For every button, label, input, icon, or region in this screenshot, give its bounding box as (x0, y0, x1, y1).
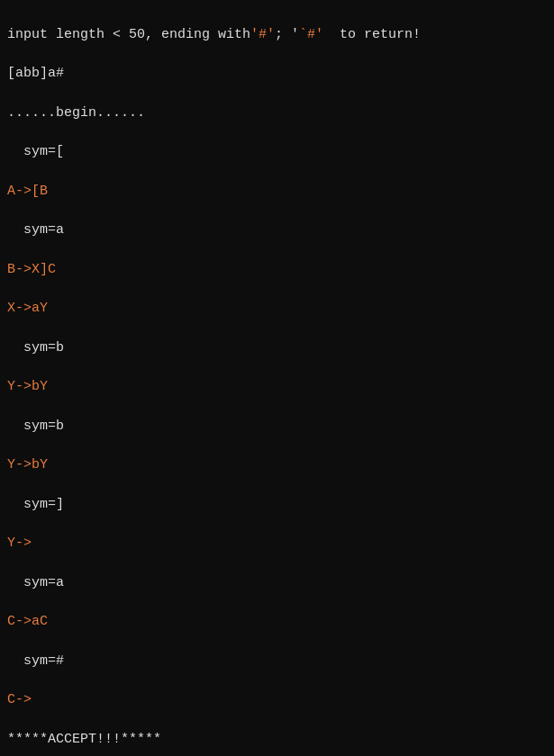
line-18: C-> (7, 690, 547, 710)
line-10: Y->bY (7, 377, 547, 397)
line-14: Y-> (7, 534, 547, 554)
line-5: A->[B (7, 182, 547, 202)
line-3: ......begin...... (7, 104, 547, 123)
line-8: X->aY (7, 299, 547, 319)
line-15: sym=a (7, 573, 547, 593)
line-19: *****ACCEPT!!!***** (7, 730, 547, 750)
line-12: Y->bY (7, 455, 547, 475)
line-7: B->X]C (7, 260, 547, 280)
line-1: input length < 50, ending with'#'; '`#' … (7, 25, 547, 45)
line-16: C->aC (7, 612, 547, 632)
line-4: sym=[ (7, 142, 547, 162)
line-13: sym=] (7, 495, 547, 515)
terminal-output: input length < 50, ending with'#'; '`#' … (7, 5, 547, 756)
line-9: sym=b (7, 338, 547, 358)
line-2: [abb]a# (7, 64, 547, 84)
line-11: sym=b (7, 417, 547, 436)
line-6: sym=a (7, 220, 547, 240)
line-17: sym=# (7, 652, 547, 671)
